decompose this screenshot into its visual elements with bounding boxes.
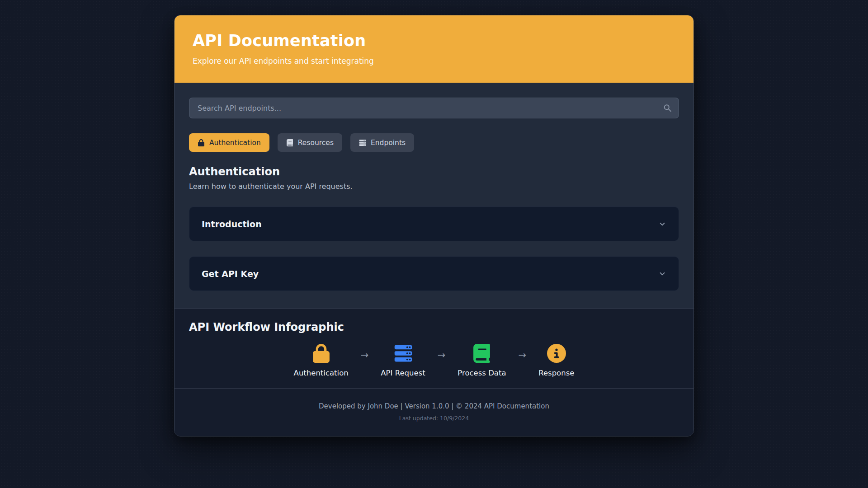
accordion-introduction[interactable]: Introduction [189, 206, 679, 241]
search-bar [189, 98, 679, 118]
workflow-steps: Authentication → API Request → Process D… [189, 343, 679, 377]
workflow-step-label: API Request [381, 369, 425, 377]
search-input[interactable] [189, 98, 679, 118]
arrow-right-icon: → [519, 350, 527, 361]
book-icon [286, 139, 293, 146]
tab-label: Resources [298, 139, 334, 147]
accordion-get-api-key[interactable]: Get API Key [189, 256, 679, 291]
tab-resources[interactable]: Resources [278, 133, 342, 152]
workflow-step-api-request: API Request [381, 343, 425, 377]
lock-icon [198, 139, 205, 146]
info-circle-icon [547, 343, 566, 363]
workflow-step-authentication: Authentication [294, 343, 349, 377]
page-subtitle: Explore our API endpoints and start inte… [193, 56, 675, 66]
arrow-right-icon: → [438, 350, 446, 361]
arrow-right-icon: → [361, 350, 369, 361]
server-icon [359, 139, 366, 146]
workflow-step-response: Response [538, 343, 574, 377]
workflow-step-process-data: Process Data [458, 343, 506, 377]
tab-label: Authentication [209, 139, 261, 147]
workflow-step-label: Authentication [294, 369, 349, 377]
page-title: API Documentation [193, 32, 675, 50]
chevron-down-icon [658, 220, 666, 228]
api-documentation-card: API Documentation Explore our API endpoi… [174, 15, 694, 436]
page-header: API Documentation Explore our API endpoi… [175, 15, 693, 83]
workflow-step-label: Response [538, 369, 574, 377]
section-title: Authentication [189, 165, 679, 178]
workflow-infographic-panel: API Workflow Infographic Authentication … [175, 308, 693, 388]
tab-authentication[interactable]: Authentication [189, 133, 269, 152]
section-description: Learn how to authenticate your API reque… [189, 182, 679, 191]
tab-label: Endpoints [371, 139, 406, 147]
infographic-title: API Workflow Infographic [189, 321, 679, 333]
workflow-step-label: Process Data [458, 369, 506, 377]
book-icon [473, 343, 490, 363]
accordion-title: Get API Key [202, 269, 259, 279]
tab-endpoints[interactable]: Endpoints [350, 133, 414, 152]
chevron-down-icon [658, 270, 666, 278]
page-footer: Developed by John Doe | Version 1.0.0 | … [175, 388, 693, 436]
server-icon [393, 343, 414, 363]
footer-last-updated: Last updated: 10/9/2024 [184, 415, 684, 422]
lock-icon [313, 343, 330, 363]
content-panel: Authentication Resources Endpoints Authe… [175, 83, 693, 308]
footer-credits: Developed by John Doe | Version 1.0.0 | … [184, 402, 684, 410]
accordion-title: Introduction [202, 219, 262, 229]
category-tabs: Authentication Resources Endpoints [189, 133, 679, 152]
search-icon[interactable] [663, 104, 672, 113]
